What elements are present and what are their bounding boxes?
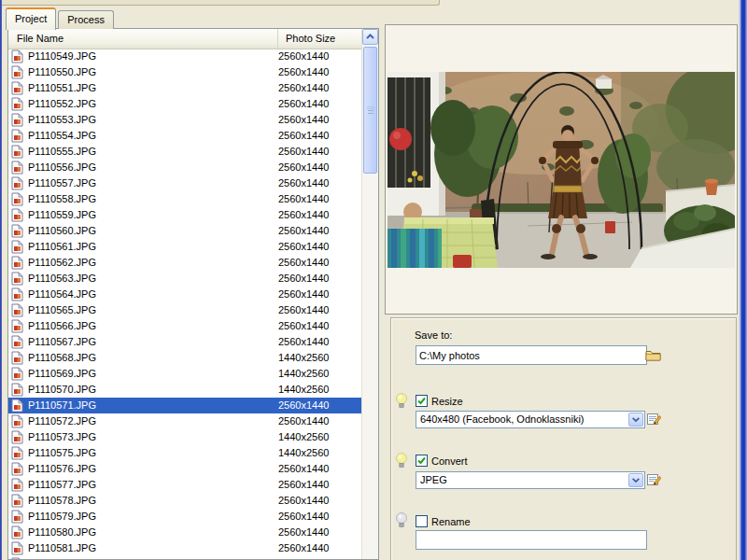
file-name: P1110569.JPG	[28, 366, 96, 382]
file-row[interactable]: P1110558.JPG2560x1440	[8, 191, 362, 207]
file-row[interactable]: P1110557.JPG2560x1440	[8, 175, 362, 191]
file-name: P1110552.JPG	[28, 96, 96, 112]
photo-size: 2560x1440	[278, 413, 329, 429]
file-row[interactable]: P1110581.JPG2560x1440	[8, 540, 362, 556]
edit-convert-settings-button[interactable]	[644, 471, 662, 487]
file-row[interactable]: P1110559.JPG2560x1440	[8, 207, 362, 223]
file-name: P1110560.JPG	[28, 223, 96, 239]
edit-preset-icon	[646, 412, 661, 427]
jpeg-file-icon	[11, 272, 23, 286]
file-row[interactable]: P1110549.JPG2560x1440	[8, 49, 362, 64]
file-name: P1110580.JPG	[28, 525, 96, 540]
jpeg-file-icon	[11, 510, 23, 524]
photo-size: 2560x1440	[278, 540, 329, 556]
file-row[interactable]: P1110551.JPG2560x1440	[8, 80, 362, 96]
file-row[interactable]: P1110571.JPG2560x1440	[8, 398, 362, 413]
file-row[interactable]: P1110560.JPG2560x1440	[8, 223, 362, 239]
photo-size: 2560x1440	[278, 80, 329, 96]
file-row[interactable]: P1110579.JPG2560x1440	[8, 509, 362, 525]
file-name: P1110557.JPG	[28, 175, 96, 191]
file-row[interactable]: P1110577.JPG2560x1440	[8, 477, 362, 493]
rename-checkbox[interactable]	[416, 515, 428, 527]
edit-resize-preset-button[interactable]	[644, 411, 662, 427]
file-row[interactable]: P1110580.JPG2560x1440	[8, 525, 362, 540]
photo-preview	[388, 72, 735, 268]
file-row[interactable]: P1110572.JPG2560x1440	[8, 413, 362, 429]
file-row[interactable]: P1110569.JPG1440x2560	[8, 366, 362, 382]
file-name: P1110571.JPG	[28, 398, 96, 413]
scrollbar-up-button[interactable]	[362, 29, 378, 45]
photo-size: 1440x2560	[278, 350, 329, 366]
file-row[interactable]: P1110553.JPG2560x1440	[8, 112, 362, 128]
lightbulb-on-icon	[396, 393, 407, 409]
photo-size: 2560x1440	[278, 160, 329, 175]
column-header-file-name[interactable]: File Name	[17, 33, 63, 44]
photo-size: 2560x1440	[278, 112, 329, 128]
photo-size: 2560x1440	[278, 191, 329, 207]
photo-size: 2560x1440	[278, 223, 329, 239]
file-row[interactable]: P1110578.JPG2560x1440	[8, 493, 362, 509]
resize-label: Resize	[431, 396, 463, 407]
photo-size: 2560x1440	[278, 556, 329, 559]
file-row[interactable]: P1110550.JPG2560x1440	[8, 64, 362, 80]
tab-project[interactable]: Project	[6, 7, 56, 30]
file-row[interactable]: P1110567.JPG2560x1440	[8, 334, 362, 350]
options-groupbox: Save to: Resize 640x480 (Facebook, Odnok…	[390, 317, 737, 560]
dropdown-button[interactable]	[628, 473, 643, 487]
file-row[interactable]: P1110561.JPG2560x1440	[8, 239, 362, 255]
jpeg-file-icon	[11, 161, 23, 175]
browse-folder-button[interactable]	[644, 346, 662, 362]
tab-process[interactable]: Process	[58, 10, 114, 29]
resize-checkbox[interactable]	[416, 395, 428, 407]
window-left-border	[0, 0, 2, 560]
file-row[interactable]: P1110564.JPG2560x1440	[8, 287, 362, 302]
chevron-down-icon	[631, 476, 641, 484]
file-list-scrollbar[interactable]	[361, 29, 378, 559]
jpeg-file-icon	[11, 65, 23, 79]
file-row[interactable]: P1110573.JPG1440x2560	[8, 429, 362, 445]
file-name: P1110561.JPG	[28, 239, 96, 255]
resize-preset-dropdown[interactable]: 640x480 (Facebook, Odnoklassniki)	[416, 411, 645, 428]
jpeg-file-icon	[11, 525, 23, 539]
save-to-input[interactable]	[416, 345, 647, 365]
rename-pattern-input[interactable]	[416, 530, 647, 550]
photo-size: 2560x1440	[278, 144, 329, 160]
file-row[interactable]: P1110555.JPG2560x1440	[8, 144, 362, 160]
jpeg-file-icon	[11, 383, 23, 397]
file-row[interactable]: P1110570.JPG1440x2560	[8, 382, 362, 398]
photo-size: 2560x1440	[278, 128, 329, 144]
file-row[interactable]: P1110554.JPG2560x1440	[8, 128, 362, 144]
file-row[interactable]: P1110582.JPG2560x1440	[8, 556, 362, 559]
file-row[interactable]: P1110575.JPG1440x2560	[8, 445, 362, 461]
file-row[interactable]: P1110566.JPG2560x1440	[8, 318, 362, 334]
jpeg-file-icon	[11, 557, 23, 559]
dropdown-button[interactable]	[628, 413, 643, 427]
file-row[interactable]: P1110563.JPG2560x1440	[8, 271, 362, 287]
jpeg-file-icon	[11, 224, 23, 238]
file-row[interactable]: P1110556.JPG2560x1440	[8, 160, 362, 175]
jpeg-file-icon	[11, 176, 23, 190]
jpeg-file-icon	[11, 287, 23, 301]
file-list-header: File Name Photo Size	[8, 29, 362, 49]
convert-format-dropdown[interactable]: JPEG	[416, 471, 645, 489]
jpeg-file-icon	[11, 478, 23, 492]
photo-size: 2560x1440	[278, 64, 329, 80]
file-name: P1110572.JPG	[28, 413, 96, 429]
chevron-up-icon	[365, 32, 375, 42]
lightbulb-off-icon	[396, 512, 407, 528]
check-icon	[416, 455, 427, 466]
photo-size: 2560x1440	[278, 287, 329, 302]
jpeg-file-icon	[11, 81, 23, 95]
file-name: P1110562.JPG	[28, 255, 96, 271]
file-name: P1110573.JPG	[28, 429, 96, 445]
photo-size: 2560x1440	[278, 318, 329, 334]
file-row[interactable]: P1110568.JPG1440x2560	[8, 350, 362, 366]
file-row[interactable]: P1110562.JPG2560x1440	[8, 255, 362, 271]
convert-checkbox[interactable]	[416, 455, 428, 467]
file-row[interactable]: P1110552.JPG2560x1440	[8, 96, 362, 112]
column-header-photo-size[interactable]: Photo Size	[277, 29, 335, 49]
file-row[interactable]: P1110576.JPG2560x1440	[8, 461, 362, 477]
scrollbar-thumb[interactable]	[363, 47, 377, 174]
file-row[interactable]: P1110565.JPG2560x1440	[8, 302, 362, 318]
red-bucket	[605, 221, 615, 233]
